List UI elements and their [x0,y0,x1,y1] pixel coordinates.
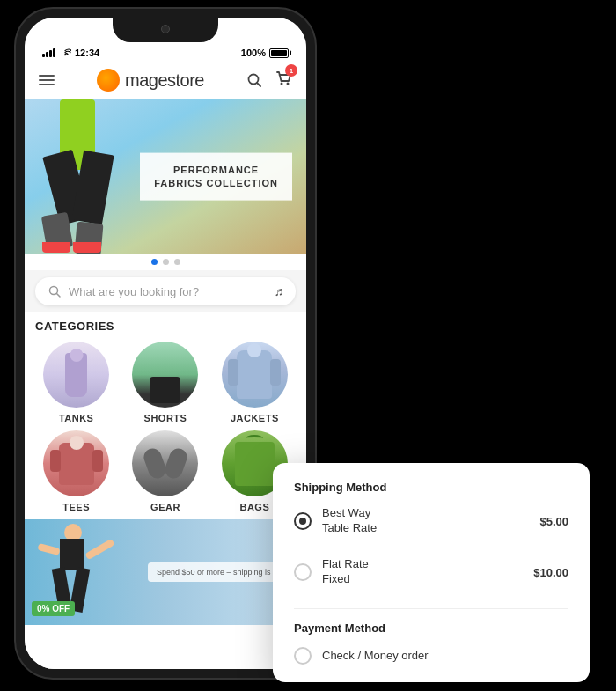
svg-point-3 [287,83,290,85]
svg-point-2 [281,83,283,85]
best-way-name-line1: Best Way [322,506,377,521]
radio-flat-rate[interactable] [294,563,312,581]
carousel-dot-1[interactable] [151,259,158,265]
tees-label: TEES [62,502,90,512]
cart-button[interactable]: 1 [275,70,292,91]
hero-banner: PERFORMANCE FABRICS COLLECTION [25,99,306,254]
shipping-method-flat-rate[interactable]: Flat Rate Fixed $10.00 [294,557,568,598]
search-bar-icon [48,284,62,298]
phone-notch [113,18,218,42]
category-tees[interactable]: TEES [35,430,117,512]
logo-icon [97,69,120,92]
category-shorts[interactable]: SHORTS [124,342,206,423]
search-icon[interactable] [246,72,262,88]
discount-badge: 0% OFF [32,601,75,616]
carousel-dots [25,254,306,270]
best-way-name-line2: Table Rate [322,521,377,536]
categories-heading: CATEGORIES [35,320,296,333]
checkout-popup: Shipping Method Best Way Table Rate $5.0… [273,463,590,682]
hero-text-box: PERFORMANCE FABRICS COLLECTION [140,152,292,201]
carousel-dot-3[interactable] [174,259,180,265]
categories-grid: TANKS SHORTS [35,342,296,512]
shorts-image [132,342,198,408]
best-way-price: $5.00 [539,515,568,528]
search-bar[interactable]: What are you looking for? ♬ [35,277,296,305]
category-tanks[interactable]: TANKS [35,342,117,423]
cart-badge: 1 [285,64,297,77]
app-header: magestore 1 [25,62,306,99]
promo-section: 0% OFF Spend $50 or more – shipping is f… [25,519,306,625]
search-container: What are you looking for? ♬ [25,270,306,312]
jackets-label: JACKETS [231,413,279,423]
front-camera [161,25,170,33]
flat-rate-price: $10.00 [533,566,568,579]
tanks-label: TANKS [59,413,94,423]
phone-frame: 12:34 100% magestore [16,9,315,678]
svg-line-1 [257,83,260,86]
flat-rate-name-line2: Fixed [322,572,369,587]
battery-percent: 100% [241,48,266,58]
header-actions: 1 [246,70,292,91]
tanks-image [43,342,109,408]
radio-best-way[interactable] [294,512,312,530]
phone-screen: 12:34 100% magestore [25,18,306,669]
hero-title-line1: PERFORMANCE [154,163,278,176]
app-content: CATEGORIES TANKS [25,312,306,669]
flat-rate-name-line1: Flat Rate [322,557,369,572]
gear-label: GEAR [150,502,180,512]
section-divider [294,608,568,609]
svg-line-5 [57,294,61,298]
voice-icon[interactable]: ♬ [275,284,284,298]
radio-check-money[interactable] [294,647,312,665]
category-gear[interactable]: GEAR [124,430,206,512]
check-money-label: Check / Money order [322,649,429,664]
signal-icon [42,48,55,57]
shipping-method-best-way[interactable]: Best Way Table Rate $5.00 [294,506,568,547]
category-jackets[interactable]: JACKETS [214,342,296,423]
bags-label: BAGS [239,502,269,512]
gear-image [132,430,198,496]
promo-text: Spend $50 or more – shipping is free! [157,568,289,577]
wifi-icon [59,48,71,57]
shorts-label: SHORTS [144,413,187,423]
battery-icon [269,48,289,58]
logo[interactable]: magestore [97,69,204,92]
payment-method-check[interactable]: Check / Money order [294,647,568,665]
shipping-heading: Shipping Method [294,481,568,494]
jackets-image [222,342,288,408]
carousel-dot-2[interactable] [163,259,169,265]
menu-button[interactable] [39,75,55,85]
clock: 12:34 [75,48,99,58]
logo-text: magestore [125,70,204,91]
hero-title-line2: FABRICS COLLECTION [154,177,278,190]
tees-image [43,430,109,496]
search-input[interactable]: What are you looking for? [69,285,268,298]
payment-heading: Payment Method [294,621,568,635]
categories-section: CATEGORIES TANKS [25,312,306,519]
